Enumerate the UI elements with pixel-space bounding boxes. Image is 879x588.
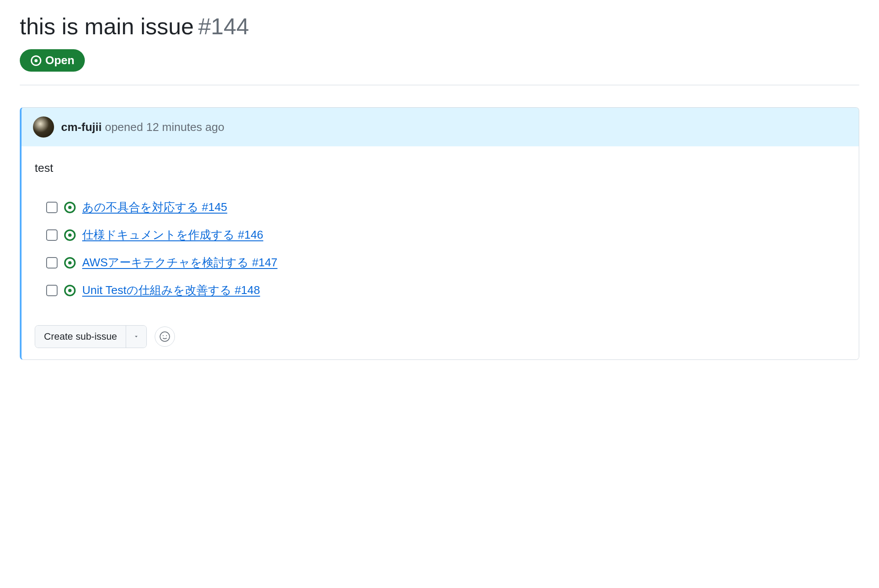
task-item: Unit Testの仕組みを改善する #148 (46, 276, 846, 304)
svg-point-3 (68, 206, 72, 209)
comment-time[interactable]: 12 minutes ago (146, 120, 225, 134)
issue-title: this is main issue (20, 13, 194, 40)
create-subissue-group: Create sub-issue (35, 325, 147, 348)
comment-meta: cm-fujii opened 12 minutes ago (61, 120, 224, 134)
smiley-icon (159, 331, 171, 342)
issue-open-icon (64, 229, 76, 241)
add-reaction-button[interactable] (155, 327, 175, 347)
task-checkbox[interactable] (46, 257, 58, 269)
chevron-down-icon (135, 334, 138, 339)
svg-point-5 (68, 233, 72, 237)
comment-author[interactable]: cm-fujii (61, 120, 102, 134)
task-item: AWSアーキテクチャを検討する #147 (46, 249, 846, 276)
task-item: あの不具合を対応する #145 (46, 193, 846, 221)
task-checkbox[interactable] (46, 202, 58, 213)
task-checkbox[interactable] (46, 285, 58, 296)
subissue-link[interactable]: あの不具合を対応する #145 (82, 200, 227, 215)
svg-point-12 (166, 335, 167, 336)
comment-action: opened (105, 120, 143, 134)
comment-header: cm-fujii opened 12 minutes ago (22, 108, 859, 146)
status-label: Open (45, 54, 74, 67)
status-row: Open (20, 49, 859, 85)
task-list: あの不具合を対応する #145仕様ドキュメントを作成する #146AWSアーキテ… (46, 193, 846, 304)
issue-open-icon (64, 257, 76, 269)
svg-point-11 (163, 335, 163, 336)
svg-point-10 (160, 332, 170, 341)
comment-box: cm-fujii opened 12 minutes ago test あの不具… (20, 107, 859, 360)
comment-body: test あの不具合を対応する #145仕様ドキュメントを作成する #146AW… (22, 146, 859, 359)
task-checkbox[interactable] (46, 229, 58, 241)
svg-point-7 (68, 261, 72, 265)
footer-actions: Create sub-issue (35, 325, 846, 348)
issue-open-icon (30, 55, 42, 66)
status-badge: Open (20, 49, 85, 72)
task-item: 仕様ドキュメントを作成する #146 (46, 221, 846, 249)
issue-open-icon (64, 201, 76, 214)
create-subissue-button[interactable]: Create sub-issue (35, 326, 126, 348)
subissue-link[interactable]: AWSアーキテクチャを検討する #147 (82, 255, 277, 270)
svg-point-9 (68, 289, 72, 292)
issue-open-icon (64, 284, 76, 297)
subissue-link[interactable]: 仕様ドキュメントを作成する #146 (82, 227, 263, 243)
subissue-link[interactable]: Unit Testの仕組みを改善する #148 (82, 283, 260, 298)
issue-title-row: this is main issue #144 (20, 13, 859, 40)
issue-number: #144 (198, 13, 249, 40)
avatar[interactable] (33, 116, 54, 138)
svg-point-1 (34, 59, 37, 62)
create-subissue-dropdown[interactable] (126, 326, 146, 348)
comment-text: test (35, 161, 846, 175)
